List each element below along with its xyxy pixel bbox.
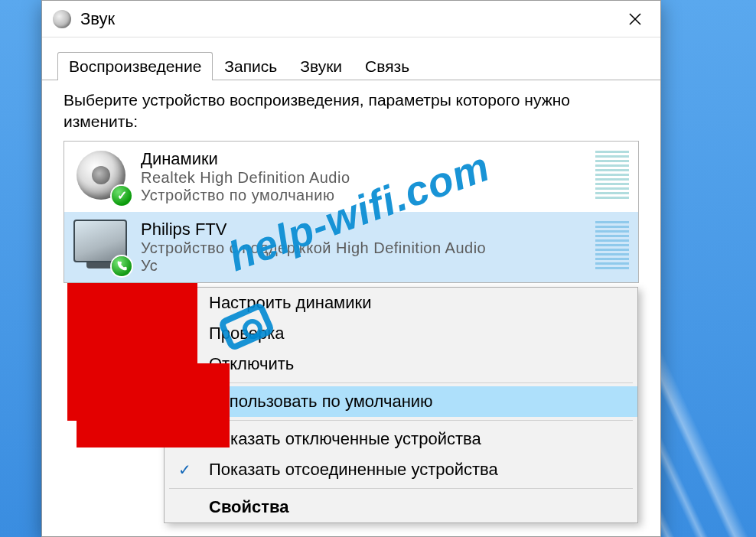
close-button[interactable] [618,5,653,34]
device-icon-wrap [73,218,129,273]
device-row-philips[interactable]: Philips FTV Устройство с поддержкой High… [64,212,638,282]
menu-disable[interactable]: Отключить [165,349,637,379]
device-list: ✓ Динамики Realtek High Definition Audio… [64,141,639,283]
device-status: Ус [141,257,583,275]
device-status: Устройство по умолчанию [141,187,583,204]
instruction-text: Выберите устройство воспроизведения, пар… [64,90,639,133]
menu-label: Использовать по умолчанию [209,392,433,411]
menu-separator [169,488,633,489]
menu-show-disconnected[interactable]: ✓ Показать отсоединенные устройства [165,454,637,485]
sound-icon [53,10,71,28]
window-title: Звук [80,9,618,29]
close-icon [628,12,642,26]
menu-properties[interactable]: Свойства [165,492,637,522]
tab-label: Запись [224,57,277,75]
menu-label: Проверка [209,324,285,343]
menu-configure-speakers[interactable]: Настроить динамики [165,288,637,318]
level-meter [595,221,629,270]
tab-communications[interactable]: Связь [354,52,421,80]
comm-device-badge-icon [112,256,132,276]
menu-test[interactable]: Проверка [165,318,637,349]
tab-strip: Воспроизведение Запись Звуки Связь [42,37,660,80]
device-name: Philips FTV [141,220,583,239]
menu-set-default[interactable]: Использовать по умолчанию [165,386,637,417]
phone-icon [116,260,128,272]
menu-label: Настроить динамики [209,293,371,312]
menu-label: Показать отключенные устройства [209,429,481,448]
level-meter [595,151,629,200]
device-driver: Realtek High Definition Audio [141,169,583,187]
check-icon: ✓ [178,461,191,479]
menu-show-disabled[interactable]: Показать отключенные устройства [165,424,637,454]
context-menu: Настроить динамики Проверка Отключить Ис… [164,287,638,523]
default-check-badge-icon: ✓ [112,186,132,206]
tab-label: Воспроизведение [69,57,201,75]
device-icon-wrap: ✓ [73,148,129,203]
tab-label: Звуки [300,57,342,75]
device-text: Philips FTV Устройство с поддержкой High… [141,218,583,275]
menu-label: Показать отсоединенные устройства [209,460,498,479]
device-text: Динамики Realtek High Definition Audio У… [141,148,583,204]
menu-label: Отключить [209,354,294,373]
device-row-speakers[interactable]: ✓ Динамики Realtek High Definition Audio… [64,142,638,212]
tab-label: Связь [365,57,409,75]
menu-separator [169,382,633,383]
device-name: Динамики [141,149,583,169]
tab-playback[interactable]: Воспроизведение [57,52,213,80]
tab-sounds[interactable]: Звуки [288,52,354,80]
titlebar: Звук [42,1,660,37]
menu-separator [169,420,633,421]
device-driver: Устройство с поддержкой High Definition … [141,239,583,257]
tab-recording[interactable]: Запись [213,52,288,80]
menu-label: Свойства [209,497,289,516]
